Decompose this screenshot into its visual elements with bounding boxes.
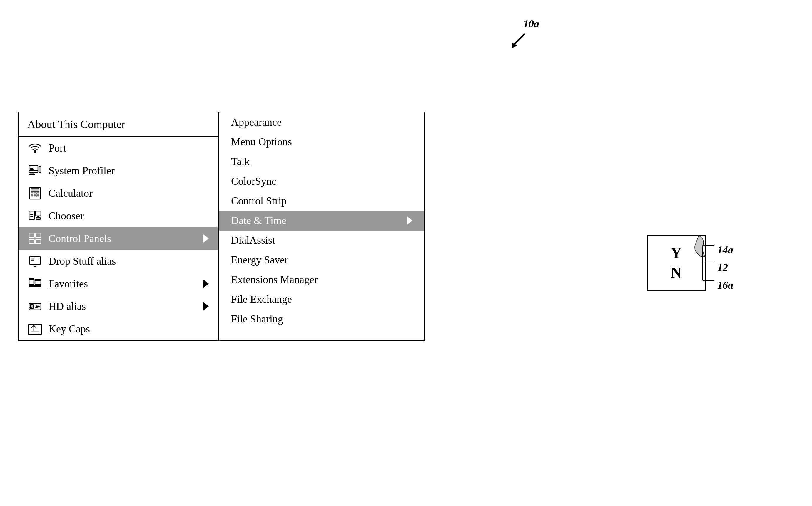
svg-rect-15 [36, 211, 41, 216]
hd-alias-label: HD alias [49, 300, 198, 313]
appearance-label: Appearance [231, 116, 412, 128]
svg-rect-4 [39, 167, 41, 172]
left-panel: About This Computer Port [18, 112, 218, 340]
menu-item-menu-options[interactable]: Menu Options [219, 132, 424, 152]
favorites-icon [27, 276, 43, 291]
menu-item-favorites[interactable]: Favorites [18, 272, 217, 295]
chooser-label: Chooser [49, 210, 209, 222]
menu-item-chooser[interactable]: Chooser [18, 205, 217, 227]
menu-item-control-strip[interactable]: Control Strip [219, 191, 424, 211]
submenu-arrow-hd [203, 302, 209, 311]
reference-label-14a: 14a [717, 244, 733, 256]
svg-line-0 [513, 34, 525, 46]
svg-rect-7 [31, 188, 39, 191]
submenu-arrow-favorites [203, 279, 209, 288]
hd-icon [27, 299, 43, 314]
svg-rect-24 [29, 279, 34, 280]
system-icon [27, 163, 43, 178]
menu-item-drop-stuff[interactable]: Drop Stuff alias [18, 250, 217, 272]
menu-item-dialassist[interactable]: DialAssist [219, 231, 424, 250]
chooser-icon [27, 208, 43, 224]
energy-saver-label: Energy Saver [231, 254, 412, 266]
right-panel: Appearance Menu Options Talk ColorSync C… [218, 112, 424, 340]
file-exchange-label: File Exchange [231, 293, 412, 306]
svg-rect-26 [35, 279, 41, 280]
svg-rect-18 [36, 233, 41, 237]
menu-item-calculator[interactable]: Calculator [18, 182, 217, 205]
system-profiler-label: System Profiler [49, 164, 209, 177]
submenu-arrow-date-time [407, 217, 412, 225]
menu-item-port[interactable]: Port [18, 137, 217, 160]
svg-rect-14 [29, 211, 35, 220]
svg-rect-12 [34, 195, 36, 197]
menu-item-appearance[interactable]: Appearance [219, 112, 424, 132]
svg-rect-13 [37, 195, 39, 197]
svg-rect-9 [34, 193, 36, 194]
svg-rect-22 [31, 258, 34, 260]
menu-item-extensions-manager[interactable]: Extensions Manager [219, 270, 424, 289]
menu-item-file-sharing[interactable]: File Sharing [219, 309, 424, 329]
control-panels-label: Control Panels [49, 232, 198, 245]
date-time-label: Date & Time [231, 215, 401, 227]
menu-item-talk[interactable]: Talk [219, 152, 424, 171]
menu-item-energy-saver[interactable]: Energy Saver [219, 250, 424, 270]
svg-point-30 [37, 306, 39, 307]
svg-rect-28 [30, 305, 33, 309]
reference-label-12: 12 [717, 261, 728, 274]
favorites-label: Favorites [49, 277, 198, 290]
calculator-label: Calculator [49, 187, 209, 199]
dialog-box: Y N [647, 235, 705, 291]
controlpanels-icon [27, 231, 43, 246]
menu-item-control-panels[interactable]: Control Panels [18, 227, 217, 250]
arrow-10a-icon [509, 32, 526, 50]
menu-options-label: Menu Options [231, 136, 412, 148]
keycaps-icon [27, 321, 43, 337]
submenu-arrow-control-panels [203, 234, 209, 243]
menu-item-colorsync[interactable]: ColorSync [219, 171, 424, 191]
talk-label: Talk [231, 155, 412, 168]
svg-rect-8 [31, 193, 33, 194]
dialog-no-label[interactable]: N [671, 264, 682, 281]
svg-rect-11 [31, 195, 33, 197]
menu-item-hd-alias[interactable]: HD alias [18, 295, 217, 318]
dialog-yes-label[interactable]: Y [671, 244, 682, 262]
dialassist-label: DialAssist [231, 234, 412, 246]
svg-rect-3 [29, 165, 38, 172]
svg-rect-20 [36, 240, 41, 244]
svg-rect-10 [37, 193, 39, 194]
reference-label-16a: 16a [717, 279, 733, 291]
dialog-decoration [684, 236, 705, 259]
reference-label-10a: 10a [523, 18, 539, 30]
dropstuff-icon [27, 253, 43, 269]
control-strip-label: Control Strip [231, 195, 412, 207]
key-caps-label: Key Caps [49, 323, 209, 335]
svg-rect-17 [29, 233, 35, 237]
menu-item-key-caps[interactable]: Key Caps [18, 318, 217, 340]
file-sharing-label: File Sharing [231, 313, 412, 325]
main-menu: About This Computer Port [18, 111, 425, 341]
port-label: Port [49, 142, 209, 154]
svg-rect-19 [29, 240, 35, 244]
svg-point-2 [34, 151, 36, 152]
extensions-manager-label: Extensions Manager [231, 273, 412, 286]
menu-item-system-profiler[interactable]: System Profiler [18, 160, 217, 182]
drop-stuff-label: Drop Stuff alias [49, 255, 209, 267]
wifi-icon [27, 140, 43, 156]
calculator-icon [27, 186, 43, 201]
left-panel-header: About This Computer [18, 112, 217, 137]
svg-rect-16 [36, 218, 40, 220]
menu-item-date-time[interactable]: Date & Time [219, 211, 424, 231]
menu-item-file-exchange[interactable]: File Exchange [219, 289, 424, 309]
svg-rect-31 [28, 324, 42, 335]
colorsync-label: ColorSync [231, 175, 412, 187]
